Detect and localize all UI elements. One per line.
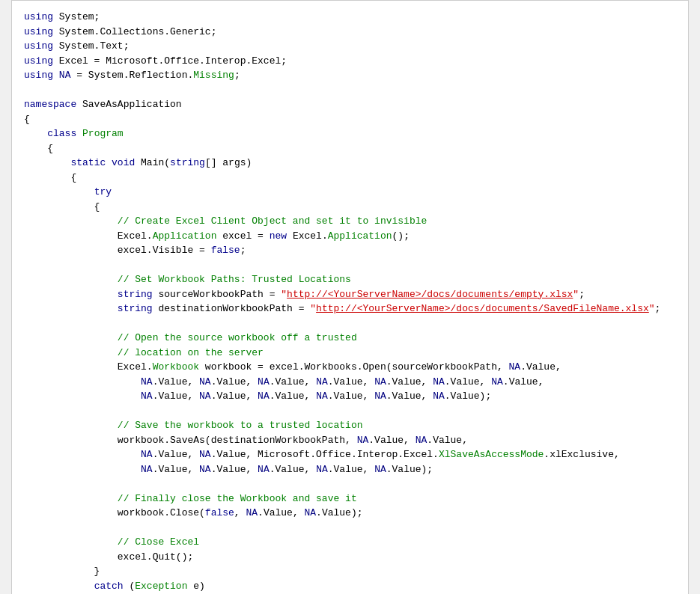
- code-block: using System; using System.Collections.G…: [24, 10, 676, 594]
- code-container: using System; using System.Collections.G…: [11, 0, 689, 594]
